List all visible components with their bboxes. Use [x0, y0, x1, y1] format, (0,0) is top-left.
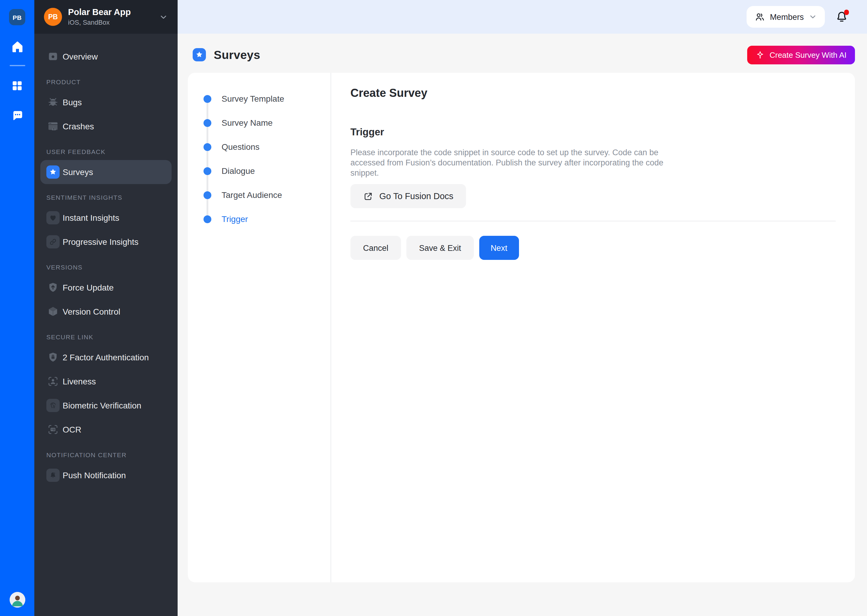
sidebar-item-label: Liveness: [63, 376, 96, 387]
sidebar-item-force-update[interactable]: Force Update: [40, 275, 172, 300]
sidebar-nav: OverviewPRODUCTBugsCrashesUSER FEEDBACKS…: [34, 34, 178, 487]
step-label: Questions: [222, 142, 260, 152]
notifications-bell-icon[interactable]: [835, 10, 848, 24]
chat-icon[interactable]: [11, 109, 24, 122]
rail-divider: [9, 65, 25, 66]
trigger-description: Please incorporate the code snippet in s…: [350, 148, 680, 178]
content-heading: Create Survey: [350, 86, 836, 100]
cancel-button[interactable]: Cancel: [350, 236, 401, 260]
step-dot-icon: [203, 167, 211, 175]
step-label: Target Audience: [222, 190, 282, 200]
main-area: Members Surveys Create: [178, 0, 867, 616]
sidebar-item-label: 2 Factor Authentication: [63, 352, 149, 363]
content-divider: [350, 221, 836, 222]
user-avatar[interactable]: [9, 592, 25, 608]
app-switcher[interactable]: PB Polar Bear App iOS, SandBox: [34, 0, 178, 34]
sidebar-item-bugs[interactable]: Bugs: [40, 90, 172, 114]
step-dot-icon: [203, 119, 211, 127]
sidebar-item-label: Push Notification: [63, 470, 126, 481]
sidebar-item-ocr[interactable]: OCR: [40, 418, 172, 442]
step-label: Survey Template: [222, 94, 284, 104]
id-scan-icon: [46, 423, 60, 436]
heart-icon: [46, 211, 60, 225]
nav-section-notification-center: NOTIFICATION CENTER: [34, 442, 178, 463]
step-questions[interactable]: Questions: [188, 135, 331, 159]
bell-icon: [46, 468, 60, 482]
cube-icon: [46, 305, 60, 318]
link-icon: [46, 235, 60, 248]
fingerprint-icon: [46, 399, 60, 412]
sidebar-item-label: Overview: [63, 51, 98, 62]
page-title: Surveys: [214, 48, 260, 62]
members-dropdown[interactable]: Members: [746, 6, 825, 28]
step-dot-icon: [203, 215, 211, 223]
surveys-star-icon: [193, 48, 206, 61]
sidebar-item-label: Version Control: [63, 306, 120, 317]
browser-crash-icon: [46, 120, 60, 133]
sidebar-item-label: Surveys: [63, 167, 93, 178]
sidebar-item-biometric-verification[interactable]: Biometric Verification: [40, 393, 172, 418]
step-label: Trigger: [222, 214, 248, 224]
sidebar-item-crashes[interactable]: Crashes: [40, 114, 172, 138]
topbar: Members: [178, 0, 867, 34]
home-icon[interactable]: [10, 40, 24, 54]
bug-icon: [46, 96, 60, 109]
step-survey-name[interactable]: Survey Name: [188, 111, 331, 135]
sidebar-item-push-notification[interactable]: Push Notification: [40, 463, 172, 487]
sidebar-item-instant-insights[interactable]: Instant Insights: [40, 206, 172, 230]
app-avatar: PB: [44, 8, 62, 26]
apps-grid-icon[interactable]: [11, 79, 24, 92]
sidebar-item-liveness[interactable]: Liveness: [40, 369, 172, 393]
docs-button-label: Go To Fusion Docs: [379, 191, 453, 201]
nav-section-user-feedback: USER FEEDBACK: [34, 138, 178, 160]
sidebar-item-progressive-insights[interactable]: Progressive Insights: [40, 230, 172, 254]
members-label: Members: [770, 13, 804, 21]
sidebar-item-label: Force Update: [63, 282, 114, 293]
step-label: Dialogue: [222, 166, 255, 176]
overview-icon: [46, 50, 60, 63]
sidebar-item-label: Instant Insights: [63, 212, 119, 223]
sidebar-item-label: Biometric Verification: [63, 400, 141, 411]
sidebar: PB Polar Bear App iOS, SandBox OverviewP…: [34, 0, 178, 616]
face-scan-icon: [46, 375, 60, 388]
chevron-down-icon: [159, 13, 168, 21]
step-label: Survey Name: [222, 118, 273, 127]
step-dialogue[interactable]: Dialogue: [188, 159, 331, 183]
step-dot-icon: [203, 191, 211, 199]
workspace-badge[interactable]: PB: [9, 9, 25, 25]
create-survey-ai-label: Create Survey With AI: [769, 50, 847, 59]
notification-badge: [844, 9, 849, 15]
sparkle-icon: [756, 50, 765, 59]
nav-section-sentiment-insights: SENTIMENT INSIGHTS: [34, 184, 178, 206]
survey-stepper: Survey TemplateSurvey NameQuestionsDialo…: [188, 73, 331, 582]
nav-section-secure-link: SECURE LINK: [34, 324, 178, 345]
actions-row: Cancel Save & Exit Next: [350, 236, 836, 260]
surveys-page: Surveys Create Survey With AI Survey Tem…: [178, 34, 867, 616]
step-content: Create Survey Trigger Please incorporate…: [331, 73, 855, 582]
step-target-audience[interactable]: Target Audience: [188, 183, 331, 207]
go-to-fusion-docs-button[interactable]: Go To Fusion Docs: [350, 184, 466, 208]
nav-section-product: PRODUCT: [34, 69, 178, 90]
sidebar-item-version-control[interactable]: Version Control: [40, 300, 172, 324]
nav-section-versions: VERSIONS: [34, 254, 178, 275]
step-survey-template[interactable]: Survey Template: [188, 86, 331, 111]
users-icon: [754, 11, 765, 22]
save-exit-button[interactable]: Save & Exit: [407, 236, 474, 260]
trigger-section-title: Trigger: [350, 126, 836, 138]
next-button[interactable]: Next: [479, 236, 519, 260]
sidebar-item-label: Crashes: [63, 121, 94, 132]
create-survey-ai-button[interactable]: Create Survey With AI: [747, 46, 855, 64]
step-dot-icon: [203, 143, 211, 151]
sidebar-item-label: Bugs: [63, 97, 82, 108]
shield-arrow-icon: [46, 281, 60, 294]
shield-lock-icon: [46, 351, 60, 364]
sidebar-item-label: OCR: [63, 424, 81, 435]
step-trigger[interactable]: Trigger: [188, 207, 331, 231]
workspace-rail: PB: [0, 0, 34, 616]
sidebar-item-surveys[interactable]: Surveys: [40, 160, 172, 184]
page-header: Surveys Create Survey With AI: [188, 45, 855, 64]
app-platform: iOS, SandBox: [68, 18, 131, 27]
sidebar-item-overview[interactable]: Overview: [40, 44, 172, 69]
sidebar-item-2-factor-authentication[interactable]: 2 Factor Authentication: [40, 345, 172, 369]
screen: PB PB Polar Bear App iOS, SandBox Overvi…: [0, 0, 867, 616]
